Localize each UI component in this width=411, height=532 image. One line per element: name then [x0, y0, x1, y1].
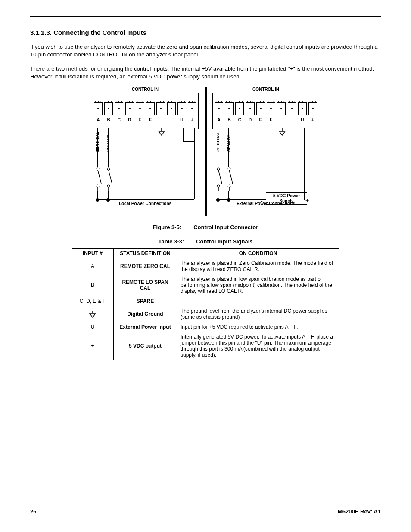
terminal [267, 102, 275, 115]
svg-line-15 [218, 170, 222, 184]
cell-input: U [72, 322, 114, 332]
svg-line-4 [98, 170, 101, 184]
cell-condition: The ground level from the analyzer's int… [177, 306, 339, 322]
th-cond: ON CONDITION [177, 249, 339, 258]
svg-point-14 [217, 168, 220, 170]
svg-point-7 [107, 168, 110, 170]
cell-status: Digital Ground [114, 306, 177, 322]
terminal [308, 102, 317, 115]
terminal [277, 102, 286, 115]
svg-point-20 [228, 185, 230, 187]
terminal [167, 102, 176, 115]
table-caption: Table 3-3:Control Input Signals [30, 238, 381, 245]
table-row: C, D, E & FSPARE [72, 296, 339, 306]
svg-point-18 [228, 168, 230, 170]
cell-input: A [72, 258, 114, 274]
span-cal-label: SPAN CAL [227, 132, 231, 152]
svg-line-8 [109, 170, 112, 184]
pin-label: + [188, 118, 196, 122]
pin-label: C [235, 118, 244, 122]
terminal [225, 102, 234, 115]
pin-label: F [146, 118, 155, 122]
pin-label: C [115, 118, 123, 122]
terminal [94, 102, 103, 115]
pin-label: D [125, 118, 134, 122]
ground-icon [278, 128, 286, 136]
connector-title: CONTROL IN [89, 87, 201, 92]
cell-condition: Input pin for +5 VDC required to activat… [177, 322, 339, 332]
connector-title: CONTROL IN [210, 87, 322, 92]
pin-label [277, 118, 286, 122]
diagram-local-power: CONTROL IN ABCDEFU+ ZERO CAL SPAN CAL [89, 87, 201, 216]
page-number: 26 [30, 508, 36, 515]
switch-b [104, 167, 113, 191]
table-row: UExternal Power inputInput pin for +5 VD… [72, 322, 339, 332]
cell-status: External Power input [114, 322, 177, 332]
zero-cal-label: ZERO CAL [95, 132, 100, 152]
cell-input: + [72, 332, 114, 360]
table-row: +5 VDC outputInternally generated 5V DC … [72, 332, 339, 360]
svg-marker-24 [90, 314, 95, 317]
cell-input: B [72, 274, 114, 296]
pin-label: F [267, 118, 275, 122]
terminal [156, 102, 165, 115]
svg-line-19 [229, 170, 233, 184]
svg-point-9 [107, 185, 110, 187]
cell-status: SPARE [114, 296, 177, 306]
ground-icon [88, 310, 97, 318]
table-row: AREMOTE ZERO CALThe analyzer is placed i… [72, 258, 339, 274]
switch-b [225, 167, 234, 191]
control-input-signals-table: INPUT # STATUS DEFINITION ON CONDITION A… [72, 248, 339, 360]
th-status: STATUS DEFINITION [114, 249, 177, 258]
cell-condition: The analyzer is placed in low span calib… [177, 274, 339, 296]
diagram-caption-right: External Power Connections [210, 201, 322, 206]
cell-status: 5 VDC output [114, 332, 177, 360]
paragraph-2: There are two methods for energizing the… [30, 65, 381, 80]
pin-label: B [225, 118, 234, 122]
cell-status: REMOTE LO SPAN CAL [114, 274, 177, 296]
terminal [177, 102, 186, 115]
th-input: INPUT # [72, 249, 114, 258]
paragraph-1: If you wish to use the analyzer to remot… [30, 43, 381, 58]
ground-icon [157, 128, 166, 136]
terminal [188, 102, 196, 115]
terminal [246, 102, 255, 115]
cell-condition: The analyzer is placed in Zero Calibrati… [177, 258, 339, 274]
terminal [215, 102, 223, 115]
section-heading: 3.1.1.3. Connecting the Control Inputs [30, 29, 381, 36]
pin-label [167, 118, 176, 122]
switch-a [214, 167, 223, 191]
cell-condition: Internally generated 5V DC power. To act… [177, 332, 339, 360]
zero-cal-label: ZERO CAL [216, 132, 220, 152]
diagram-caption-left: Local Power Connections [89, 201, 201, 206]
control-input-diagram: CONTROL IN ABCDEFU+ ZERO CAL SPAN CAL [89, 87, 322, 216]
pin-label: A [215, 118, 223, 122]
terminal [288, 102, 296, 115]
pin-label: E [256, 118, 265, 122]
pin-label: B [104, 118, 113, 122]
pin-label: U [177, 118, 186, 122]
span-cal-label: SPAN CAL [106, 132, 110, 152]
terminal [298, 102, 307, 115]
terminal [104, 102, 113, 115]
pin-label: D [246, 118, 255, 122]
svg-point-5 [97, 185, 99, 187]
pin-label: A [94, 118, 103, 122]
pin-label [156, 118, 165, 122]
terminal [235, 102, 244, 115]
svg-point-3 [97, 168, 99, 170]
pin-label: U [298, 118, 307, 122]
pin-label: + [308, 118, 317, 122]
svg-marker-2 [159, 132, 164, 135]
cell-status: REMOTE ZERO CAL [114, 258, 177, 274]
svg-marker-13 [280, 132, 285, 135]
cell-input [72, 306, 114, 322]
table-row: Digital GroundThe ground level from the … [72, 306, 339, 322]
diagram-external-power: CONTROL IN ABCDEFU+ ZERO CAL SPAN CAL [210, 87, 322, 216]
terminal [125, 102, 134, 115]
pin-label [288, 118, 296, 122]
figure-caption: Figure 3-5:Control Input Connector [30, 224, 381, 230]
table-row: BREMOTE LO SPAN CALThe analyzer is place… [72, 274, 339, 296]
terminal [115, 102, 123, 115]
terminal [256, 102, 265, 115]
